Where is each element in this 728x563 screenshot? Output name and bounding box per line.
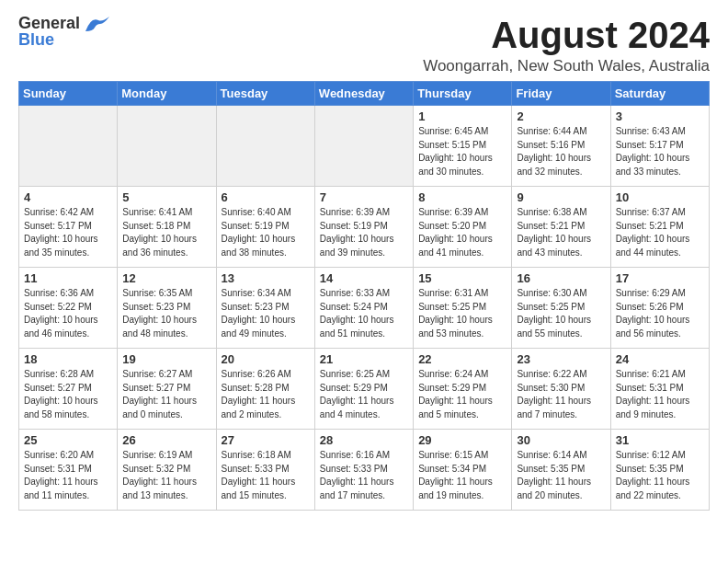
day-number: 25 (24, 433, 112, 447)
day-info: Sunrise: 6:14 AM Sunset: 5:35 PM Dayligh… (517, 449, 605, 502)
day-info: Sunrise: 6:43 AM Sunset: 5:17 PM Dayligh… (616, 125, 704, 178)
day-number: 19 (122, 352, 210, 366)
day-number: 10 (616, 190, 704, 204)
day-info: Sunrise: 6:40 AM Sunset: 5:19 PM Dayligh… (222, 206, 310, 259)
header: General Blue August 2024 Woongarrah, New… (18, 15, 710, 75)
day-info: Sunrise: 6:18 AM Sunset: 5:33 PM Dayligh… (222, 449, 310, 502)
weekday-header: Saturday (610, 82, 709, 106)
logo-bird-icon (84, 15, 109, 40)
calendar-cell: 15Sunrise: 6:31 AM Sunset: 5:25 PM Dayli… (414, 268, 512, 349)
day-info: Sunrise: 6:34 AM Sunset: 5:23 PM Dayligh… (222, 287, 310, 340)
day-number: 29 (418, 433, 506, 447)
logo: General Blue (18, 15, 109, 48)
calendar-cell: 16Sunrise: 6:30 AM Sunset: 5:25 PM Dayli… (512, 268, 610, 349)
weekday-header: Monday (118, 82, 216, 106)
calendar-cell: 23Sunrise: 6:22 AM Sunset: 5:30 PM Dayli… (512, 349, 610, 430)
month-title: August 2024 (423, 15, 710, 55)
calendar-cell: 28Sunrise: 6:16 AM Sunset: 5:33 PM Dayli… (314, 430, 413, 511)
day-info: Sunrise: 6:39 AM Sunset: 5:20 PM Dayligh… (418, 206, 506, 259)
calendar-cell: 19Sunrise: 6:27 AM Sunset: 5:27 PM Dayli… (118, 349, 216, 430)
calendar-week-row: 18Sunrise: 6:28 AM Sunset: 5:27 PM Dayli… (19, 349, 710, 430)
day-info: Sunrise: 6:38 AM Sunset: 5:21 PM Dayligh… (517, 206, 605, 259)
logo-blue: Blue (18, 31, 80, 48)
day-info: Sunrise: 6:19 AM Sunset: 5:32 PM Dayligh… (122, 449, 210, 502)
calendar-table: SundayMondayTuesdayWednesdayThursdayFrid… (18, 81, 710, 511)
calendar-cell: 14Sunrise: 6:33 AM Sunset: 5:24 PM Dayli… (314, 268, 413, 349)
day-number: 14 (320, 271, 408, 285)
calendar-cell: 8Sunrise: 6:39 AM Sunset: 5:20 PM Daylig… (414, 187, 512, 268)
day-info: Sunrise: 6:21 AM Sunset: 5:31 PM Dayligh… (616, 368, 704, 421)
calendar-cell: 30Sunrise: 6:14 AM Sunset: 5:35 PM Dayli… (512, 430, 610, 511)
day-info: Sunrise: 6:24 AM Sunset: 5:29 PM Dayligh… (418, 368, 506, 421)
calendar-cell: 20Sunrise: 6:26 AM Sunset: 5:28 PM Dayli… (216, 349, 314, 430)
day-number: 1 (418, 109, 506, 123)
calendar-week-row: 25Sunrise: 6:20 AM Sunset: 5:31 PM Dayli… (19, 430, 710, 511)
calendar-cell: 18Sunrise: 6:28 AM Sunset: 5:27 PM Dayli… (19, 349, 118, 430)
day-info: Sunrise: 6:42 AM Sunset: 5:17 PM Dayligh… (24, 206, 112, 259)
day-number: 12 (122, 271, 210, 285)
calendar-cell: 4Sunrise: 6:42 AM Sunset: 5:17 PM Daylig… (19, 187, 118, 268)
day-number: 22 (418, 352, 506, 366)
calendar-week-row: 11Sunrise: 6:36 AM Sunset: 5:22 PM Dayli… (19, 268, 710, 349)
day-number: 9 (517, 190, 605, 204)
day-info: Sunrise: 6:37 AM Sunset: 5:21 PM Dayligh… (616, 206, 704, 259)
title-block: August 2024 Woongarrah, New South Wales,… (423, 15, 710, 75)
day-info: Sunrise: 6:29 AM Sunset: 5:26 PM Dayligh… (616, 287, 704, 340)
logo-general: General (18, 15, 80, 31)
weekday-header: Thursday (414, 82, 512, 106)
day-number: 30 (517, 433, 605, 447)
day-number: 17 (616, 271, 704, 285)
calendar-cell: 1Sunrise: 6:45 AM Sunset: 5:15 PM Daylig… (414, 106, 512, 187)
day-info: Sunrise: 6:25 AM Sunset: 5:29 PM Dayligh… (320, 368, 408, 421)
calendar-cell: 9Sunrise: 6:38 AM Sunset: 5:21 PM Daylig… (512, 187, 610, 268)
calendar-cell: 10Sunrise: 6:37 AM Sunset: 5:21 PM Dayli… (610, 187, 709, 268)
day-info: Sunrise: 6:44 AM Sunset: 5:16 PM Dayligh… (517, 125, 605, 178)
day-number: 26 (122, 433, 210, 447)
calendar-cell (118, 106, 216, 187)
calendar-cell: 26Sunrise: 6:19 AM Sunset: 5:32 PM Dayli… (118, 430, 216, 511)
calendar-cell (216, 106, 314, 187)
calendar-cell: 6Sunrise: 6:40 AM Sunset: 5:19 PM Daylig… (216, 187, 314, 268)
day-number: 28 (320, 433, 408, 447)
day-number: 24 (616, 352, 704, 366)
calendar-cell: 21Sunrise: 6:25 AM Sunset: 5:29 PM Dayli… (314, 349, 413, 430)
day-info: Sunrise: 6:35 AM Sunset: 5:23 PM Dayligh… (122, 287, 210, 340)
weekday-header: Sunday (19, 82, 118, 106)
day-number: 23 (517, 352, 605, 366)
calendar-week-row: 1Sunrise: 6:45 AM Sunset: 5:15 PM Daylig… (19, 106, 710, 187)
day-info: Sunrise: 6:30 AM Sunset: 5:25 PM Dayligh… (517, 287, 605, 340)
day-info: Sunrise: 6:16 AM Sunset: 5:33 PM Dayligh… (320, 449, 408, 502)
calendar-cell: 7Sunrise: 6:39 AM Sunset: 5:19 PM Daylig… (314, 187, 413, 268)
day-info: Sunrise: 6:15 AM Sunset: 5:34 PM Dayligh… (418, 449, 506, 502)
day-number: 8 (418, 190, 506, 204)
calendar-body: 1Sunrise: 6:45 AM Sunset: 5:15 PM Daylig… (19, 106, 710, 511)
day-number: 20 (222, 352, 310, 366)
day-number: 18 (24, 352, 112, 366)
day-number: 4 (24, 190, 112, 204)
calendar-cell: 12Sunrise: 6:35 AM Sunset: 5:23 PM Dayli… (118, 268, 216, 349)
day-info: Sunrise: 6:33 AM Sunset: 5:24 PM Dayligh… (320, 287, 408, 340)
calendar-cell: 3Sunrise: 6:43 AM Sunset: 5:17 PM Daylig… (610, 106, 709, 187)
day-info: Sunrise: 6:22 AM Sunset: 5:30 PM Dayligh… (517, 368, 605, 421)
weekday-header: Tuesday (216, 82, 314, 106)
calendar-cell: 13Sunrise: 6:34 AM Sunset: 5:23 PM Dayli… (216, 268, 314, 349)
day-info: Sunrise: 6:20 AM Sunset: 5:31 PM Dayligh… (24, 449, 112, 502)
calendar-cell (19, 106, 118, 187)
day-number: 15 (418, 271, 506, 285)
day-info: Sunrise: 6:26 AM Sunset: 5:28 PM Dayligh… (222, 368, 310, 421)
calendar-cell: 31Sunrise: 6:12 AM Sunset: 5:35 PM Dayli… (610, 430, 709, 511)
calendar-week-row: 4Sunrise: 6:42 AM Sunset: 5:17 PM Daylig… (19, 187, 710, 268)
day-number: 7 (320, 190, 408, 204)
day-number: 21 (320, 352, 408, 366)
calendar-cell: 5Sunrise: 6:41 AM Sunset: 5:18 PM Daylig… (118, 187, 216, 268)
calendar-cell: 29Sunrise: 6:15 AM Sunset: 5:34 PM Dayli… (414, 430, 512, 511)
day-number: 11 (24, 271, 112, 285)
day-number: 6 (222, 190, 310, 204)
day-info: Sunrise: 6:36 AM Sunset: 5:22 PM Dayligh… (24, 287, 112, 340)
day-info: Sunrise: 6:41 AM Sunset: 5:18 PM Dayligh… (122, 206, 210, 259)
day-number: 13 (222, 271, 310, 285)
calendar-cell: 24Sunrise: 6:21 AM Sunset: 5:31 PM Dayli… (610, 349, 709, 430)
day-info: Sunrise: 6:39 AM Sunset: 5:19 PM Dayligh… (320, 206, 408, 259)
day-info: Sunrise: 6:31 AM Sunset: 5:25 PM Dayligh… (418, 287, 506, 340)
weekday-header: Wednesday (314, 82, 413, 106)
